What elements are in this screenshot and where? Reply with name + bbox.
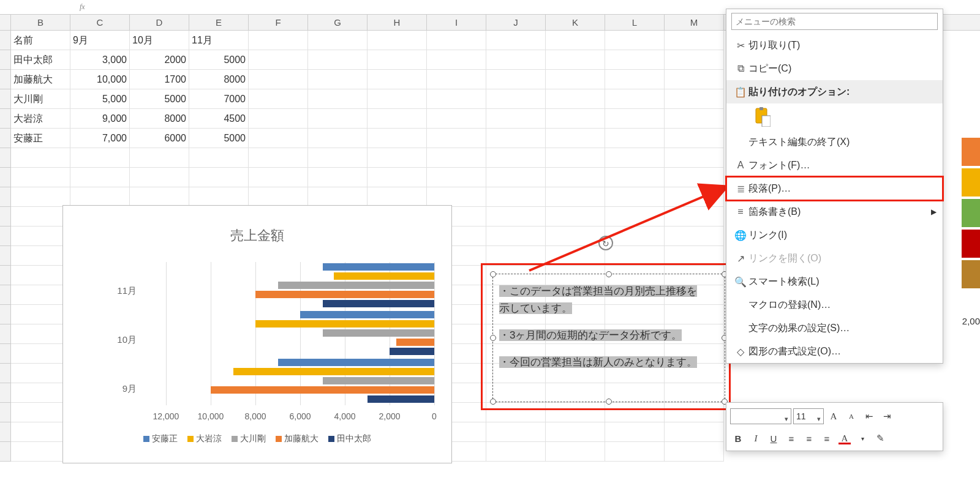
header-m10[interactable]: 10月 <box>130 31 189 50</box>
copy-icon: ⧉ <box>733 63 748 74</box>
menu-open-link: ↗ リンクを開く(O) <box>726 247 943 270</box>
col-H[interactable]: H <box>368 15 427 30</box>
menu-search[interactable] <box>731 13 938 30</box>
link-icon: 🌐 <box>733 230 748 241</box>
chart-bar <box>334 272 434 280</box>
context-menu: ✂ 切り取り(T) ⧉ コピー(C) 📋 貼り付けのオプション: テキスト編集の… <box>726 9 943 364</box>
chart-bar <box>255 291 434 298</box>
chart-bar <box>368 395 435 403</box>
paragraph-icon: ≣ <box>733 183 748 195</box>
header-m9[interactable]: 9月 <box>70 31 130 50</box>
menu-copy[interactable]: ⧉ コピー(C) <box>726 57 943 80</box>
col-L[interactable]: L <box>605 15 665 30</box>
font-icon: A <box>733 160 748 171</box>
textbox-line: ・今回の営業担当は新人のみとなります。 <box>499 356 697 368</box>
chart-title: 売上金額 <box>63 227 451 245</box>
chart-bar <box>278 359 435 366</box>
menu-format-shape[interactable]: ◇ 図形の書式設定(O)… <box>726 340 943 363</box>
resize-handle-icon[interactable] <box>606 271 612 277</box>
chart-ycat: 11月 <box>63 285 137 297</box>
chart-bar <box>323 263 435 271</box>
chart-bar <box>300 311 434 318</box>
annotation-textbox[interactable]: ・このデータは営業担当の月別売上推移を示しています。 ・3ヶ月間の短期的なデータ… <box>492 274 725 402</box>
mini-toolbar: 11 A A ⇤ ⇥ B I U ≡ ≡ ≡ A ▾ ✎ <box>726 402 943 451</box>
chart-plotarea <box>86 262 434 405</box>
chart-bar <box>396 339 434 346</box>
resize-handle-icon[interactable] <box>606 399 612 405</box>
menu-smart-lookup[interactable]: 🔍 スマート検索(L) <box>726 270 943 293</box>
annotation-textbox-highlight: ・このデータは営業担当の月別売上推移を示しています。 ・3ヶ月間の短期的なデータ… <box>481 263 731 410</box>
menu-cut[interactable]: ✂ 切り取り(T) <box>726 34 943 57</box>
textbox-line: ・3ヶ月間の短期的なデータ分析です。 <box>499 329 682 341</box>
textbox-line: 示しています。 <box>499 302 572 314</box>
bold-button[interactable]: B <box>730 430 746 446</box>
chart-bar <box>323 300 435 307</box>
increase-font-icon[interactable]: A <box>826 408 842 424</box>
font-name-select[interactable] <box>730 408 791 424</box>
svg-rect-3 <box>762 116 771 127</box>
decrease-font-icon[interactable]: A <box>843 408 859 424</box>
col-C[interactable]: C <box>70 15 130 30</box>
col-M[interactable]: M <box>665 15 724 30</box>
font-color-button[interactable]: A <box>837 430 853 446</box>
search-icon: 🔍 <box>733 276 748 288</box>
menu-link[interactable]: 🌐 リンク(I) <box>726 223 943 247</box>
open-link-icon: ↗ <box>733 253 748 264</box>
menu-assign-macro[interactable]: マクロの登録(N)… <box>726 293 943 316</box>
scissors-icon: ✂ <box>733 40 748 51</box>
italic-button[interactable]: I <box>748 430 764 446</box>
chart-legend: 安藤正大岩涼大川剛加藤航大田中太郎 <box>63 433 451 444</box>
col-D[interactable]: D <box>130 15 189 30</box>
sales-chart[interactable]: 売上金額 11月 10月 9月 12,00010,0008,0006,0004,… <box>62 205 452 463</box>
resize-handle-icon[interactable] <box>490 335 496 341</box>
header-name[interactable]: 名前 <box>11 31 70 50</box>
chart-bar <box>278 282 435 289</box>
align-center-icon[interactable]: ≡ <box>801 430 817 446</box>
partial-cell-text: 2,00 <box>962 316 980 326</box>
clipboard-icon: 📋 <box>733 86 748 98</box>
format-painter-icon[interactable]: ✎ <box>872 430 888 446</box>
col-I[interactable]: I <box>427 15 486 30</box>
col-J[interactable]: J <box>486 15 546 30</box>
font-size-select[interactable]: 11 <box>793 408 824 424</box>
col-F[interactable]: F <box>249 15 308 30</box>
chart-ycat: 9月 <box>63 383 137 395</box>
menu-paragraph[interactable]: ≣ 段落(P)… <box>726 177 943 200</box>
align-right-icon[interactable]: ≡ <box>819 430 835 446</box>
format-shape-icon: ◇ <box>733 346 748 358</box>
textbox-line: ・このデータは営業担当の月別売上推移を <box>499 285 697 297</box>
chart-bar <box>233 368 435 375</box>
col-B[interactable]: B <box>11 15 70 30</box>
chart-ycat: 10月 <box>63 334 137 346</box>
underline-button[interactable]: U <box>766 430 782 446</box>
menu-bullets[interactable]: ≡ 箇条書き(B) ▶ <box>726 200 943 223</box>
menu-paste-option[interactable] <box>726 103 943 130</box>
bullets-icon: ≡ <box>733 206 748 217</box>
svg-rect-2 <box>760 107 763 110</box>
font-color-dropdown-icon[interactable]: ▾ <box>854 430 870 446</box>
chart-bar <box>255 320 434 328</box>
menu-search-input[interactable] <box>731 13 938 30</box>
paste-keep-source-icon[interactable] <box>753 105 778 129</box>
header-m11[interactable]: 11月 <box>189 31 249 50</box>
col-G[interactable]: G <box>308 15 368 30</box>
menu-exit-text-edit[interactable]: テキスト編集の終了(X) <box>726 130 943 154</box>
menu-paste-options-header: 📋 貼り付けのオプション: <box>726 80 943 103</box>
rotate-handle-icon[interactable] <box>598 236 613 250</box>
submenu-arrow-icon: ▶ <box>931 208 937 216</box>
resize-handle-icon[interactable] <box>490 271 496 277</box>
increase-indent-icon[interactable]: ⇥ <box>879 408 895 424</box>
col-K[interactable]: K <box>546 15 605 30</box>
resize-handle-icon[interactable] <box>490 399 496 405</box>
chart-bar <box>211 386 434 394</box>
chart-bar <box>323 377 435 384</box>
color-palette-strip <box>962 138 980 291</box>
align-left-icon[interactable]: ≡ <box>783 430 799 446</box>
col-E[interactable]: E <box>189 15 249 30</box>
decrease-indent-icon[interactable]: ⇤ <box>861 408 877 424</box>
chart-bar <box>323 329 435 337</box>
menu-font[interactable]: A フォント(F)… <box>726 154 943 177</box>
menu-text-effects[interactable]: 文字の効果の設定(S)… <box>726 316 943 340</box>
chart-bar <box>390 348 434 355</box>
